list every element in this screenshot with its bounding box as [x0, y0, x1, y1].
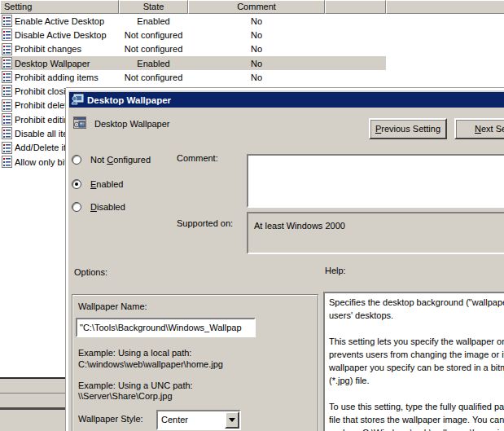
setting-name: Enable Active Desktop — [0, 16, 119, 26]
radio-circle[interactable] — [72, 202, 81, 212]
supported-on-value: At least Windows 2000 — [254, 221, 345, 231]
policy-setting-icon — [2, 99, 12, 112]
column-header-filler — [386, 0, 504, 14]
dialog-title: Desktop Wallpaper — [87, 95, 171, 105]
chevron-down-icon — [229, 418, 235, 422]
policy-setting-icon — [2, 57, 12, 69]
previous-setting-button[interactable]: Previous Setting — [369, 118, 447, 139]
wallpaper-name-input[interactable]: "C:\Tools\Background\Windows_Wallpap — [76, 318, 256, 337]
options-groupbox: Wallpaper Name: "C:\Tools\Background\Win… — [72, 294, 318, 431]
help-line: This setting lets you specify the wallpa… — [329, 335, 504, 348]
radio-label: Not Configured — [90, 155, 151, 165]
help-line: Specifies the desktop background ("wallp… — [329, 296, 504, 309]
list-item[interactable]: Prohibit adding items Not configured No — [0, 70, 504, 84]
help-line: such as C:\Windows\web\wallpaper\home.jp… — [329, 426, 504, 431]
dialog-titlebar[interactable]: Desktop Wallpaper — [69, 92, 504, 108]
help-line: file that stores the wallpaper image. Yo… — [329, 413, 504, 426]
column-header-setting[interactable]: Setting — [0, 0, 119, 14]
setting-state: Enabled — [119, 16, 188, 26]
example-local-title: Example: Using a local path: — [78, 348, 191, 358]
radio-circle[interactable] — [72, 179, 81, 189]
help-line: prevents users from changing the image o… — [329, 348, 504, 361]
setting-comment: No — [188, 16, 325, 26]
help-line: (*.jpg) file. — [329, 374, 504, 387]
setting-name: Desktop Wallpaper — [0, 59, 119, 68]
setting-state: Not configured — [119, 44, 188, 54]
supported-on-box: At least Windows 2000 — [247, 212, 504, 254]
setting-comment: No — [188, 59, 325, 68]
policy-setting-icon — [2, 156, 12, 168]
comment-label: Comment: — [177, 153, 218, 163]
setting-comment: No — [188, 44, 325, 54]
radio-circle[interactable] — [72, 155, 81, 165]
list-item[interactable]: Prohibit changes Not configured No — [0, 42, 504, 56]
setting-name: Prohibit changes — [0, 44, 119, 54]
radio-label: Enabled — [90, 179, 123, 189]
wallpaper-name-label: Wallpaper Name: — [78, 301, 147, 311]
options-label: Options: — [74, 267, 107, 277]
help-text: Specifies the desktop background ("wallp… — [329, 296, 504, 431]
setting-state: Not configured — [119, 30, 188, 40]
setting-state: Not configured — [119, 73, 188, 82]
column-header-empty[interactable] — [325, 0, 386, 14]
example-local-path: C:\windows\web\wallpaper\home.jpg — [78, 359, 223, 369]
setting-comment: No — [188, 73, 325, 82]
screen: { "colors": { "titlebar": "#0a246a", "fa… — [0, 0, 504, 431]
next-setting-button[interactable]: Next Setting — [454, 118, 504, 139]
setting-comment: No — [188, 30, 325, 40]
combo-dropdown-button[interactable] — [225, 411, 239, 429]
policy-setting-icon — [2, 113, 12, 125]
policy-setting-icon — [2, 43, 12, 55]
example-unc-path: \\Server\Share\Corp.jpg — [78, 391, 173, 401]
setting-name: Disable Active Desktop — [0, 30, 119, 40]
help-line: wallpaper you specify can be stored in a… — [329, 361, 504, 374]
help-label: Help: — [325, 266, 346, 275]
list-item[interactable]: Enable Active Desktop Enabled No — [0, 14, 504, 28]
radio-disabled[interactable]: Disabled — [72, 201, 125, 213]
policy-setting-icon — [2, 85, 12, 97]
wallpaper-style-label: Wallpaper Style: — [78, 414, 143, 424]
help-box: Specifies the desktop background ("wallp… — [323, 292, 504, 431]
help-line: To use this setting, type the fully qual… — [329, 400, 504, 413]
policy-setting-icon — [2, 15, 12, 27]
column-header-comment[interactable]: Comment — [188, 0, 325, 14]
radio-enabled[interactable]: Enabled — [72, 178, 123, 190]
policy-setting-icon — [2, 71, 12, 83]
policy-setting-icon — [2, 127, 12, 139]
setting-state: Enabled — [119, 59, 188, 68]
desktop-wallpaper-dialog: Desktop Wallpaper Desktop Wallpaper Prev… — [66, 88, 504, 431]
wallpaper-style-select[interactable]: Center — [156, 410, 241, 430]
dialog-setting-name: Desktop Wallpaper — [94, 119, 170, 129]
help-line — [329, 387, 504, 400]
policy-setting-icon — [2, 29, 12, 41]
help-line: users' desktops. — [329, 309, 504, 322]
help-line — [329, 322, 504, 335]
radio-not-configured[interactable]: Not Configured — [72, 154, 151, 165]
wallpaper-style-value: Center — [161, 413, 188, 427]
comment-textarea[interactable] — [247, 154, 504, 208]
column-header-state[interactable]: State — [119, 0, 188, 14]
setting-name: Prohibit adding items — [0, 73, 119, 82]
supported-on-label: Supported on: — [177, 218, 233, 228]
list-header: Setting State Comment — [0, 0, 504, 14]
policy-setting-icon — [2, 142, 12, 154]
list-item[interactable]: Disable Active Desktop Not configured No — [0, 28, 504, 42]
list-item[interactable]: Desktop Wallpaper Enabled No — [0, 56, 504, 70]
example-unc-title: Example: Using a UNC path: — [78, 380, 193, 390]
radio-label: Disabled — [90, 202, 125, 212]
dialog-icon — [71, 94, 84, 106]
setting-icon — [73, 117, 86, 130]
